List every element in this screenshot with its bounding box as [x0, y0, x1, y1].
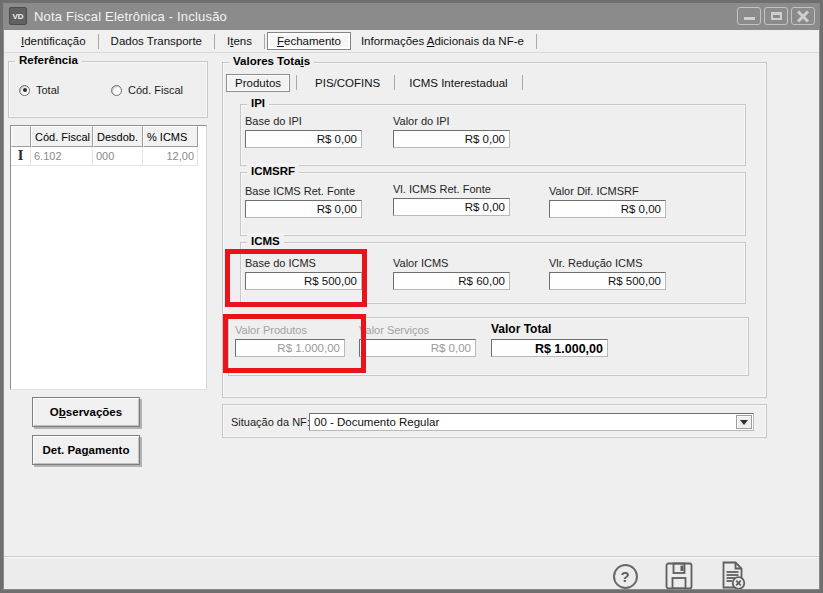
tab-pis-cofins[interactable]: PIS/COFINS: [303, 74, 392, 92]
header-filler: [198, 126, 206, 147]
referencia-group: Referência Total Cód. Fiscal: [8, 61, 208, 118]
tab-informacoes-adicionais[interactable]: Informações Adicionais da NF-e: [351, 32, 534, 50]
field-base-do-ipi: Base do IPI R$ 0,00: [245, 115, 362, 148]
valores-tabbar: Produtos PIS/COFINS ICMS Interestadual: [226, 72, 525, 93]
tab-produtos[interactable]: Produtos: [226, 74, 290, 92]
nfe-window: VD Nota Fiscal Eletrônica - Inclusão Ide…: [0, 0, 823, 593]
cell-cod-fiscal[interactable]: 6.102: [31, 147, 93, 166]
field-base-do-icms: Base do ICMS R$ 500,00: [245, 257, 362, 290]
tab-separator: [264, 34, 265, 49]
vl-icms-ret-fonte-input[interactable]: R$ 0,00: [393, 198, 510, 216]
radio-total-label: Total: [36, 84, 59, 96]
maximize-icon: [771, 12, 782, 20]
field-valor-dif-icmsrf: Valor Dif. ICMSRF R$ 0,00: [549, 185, 666, 218]
field-valor-total: Valor Total R$ 1.000,00: [491, 322, 608, 357]
field-valor-servicos: Valor Serviços R$ 0,00: [359, 324, 476, 357]
valor-total-input[interactable]: R$ 1.000,00: [491, 339, 608, 357]
tab-separator: [296, 75, 297, 90]
field-base-icms-ret-fonte: Base ICMS Ret. Fonte R$ 0,00: [245, 185, 362, 218]
icms-group: ICMS Base do ICMS R$ 500,00 Valor ICMS R…: [240, 242, 746, 304]
radio-cod-fiscal-circle[interactable]: [111, 85, 122, 96]
field-vl-icms-ret-fonte: Vl. ICMS Ret. Fonte R$ 0,00: [393, 183, 510, 216]
referencia-title: Referência: [15, 54, 82, 66]
titlebar: VD Nota Fiscal Eletrônica - Inclusão: [2, 2, 821, 30]
main-tabbar: Identificação Dados Transporte Itens Fec…: [3, 30, 820, 53]
valor-do-ipi-input[interactable]: R$ 0,00: [393, 130, 510, 148]
vlr-reducao-icms-input[interactable]: R$ 500,00: [549, 272, 666, 290]
tab-dados-transporte[interactable]: Dados Transporte: [101, 32, 212, 50]
close-icon: [792, 8, 814, 24]
field-valor-icms: Valor ICMS R$ 60,00: [393, 257, 510, 290]
totais-group: Valor Produtos R$ 1.000,00 Valor Serviço…: [228, 317, 749, 376]
table-row[interactable]: I 6.102 000 12,00: [11, 147, 206, 166]
radio-total-circle[interactable]: [19, 85, 30, 96]
minimize-icon: [744, 17, 755, 20]
valores-totais-title: Valores Totais: [229, 55, 314, 67]
close-button[interactable]: [791, 7, 815, 25]
situacao-value: 00 - Documento Regular: [314, 416, 439, 428]
ipi-title: IPI: [247, 97, 269, 109]
fiscal-codes-table[interactable]: Cód. Fiscal Desdob. % ICMS I 6.102 000 1…: [10, 125, 207, 390]
field-vlr-reducao-icms: Vlr. Redução ICMS R$ 500,00: [549, 257, 666, 290]
dropdown-arrow-icon[interactable]: [736, 415, 752, 429]
window-controls: [737, 7, 815, 25]
base-do-icms-input[interactable]: R$ 500,00: [245, 272, 362, 290]
tab-separator: [98, 34, 99, 49]
icms-title: ICMS: [247, 235, 284, 247]
tab-icms-interestadual[interactable]: ICMS Interestadual: [397, 74, 519, 92]
cancel-nfe-button[interactable]: [717, 561, 747, 591]
situacao-combobox[interactable]: 00 - Documento Regular: [309, 413, 754, 431]
field-valor-do-ipi: Valor do IPI R$ 0,00: [393, 115, 510, 148]
help-icon: ?: [613, 564, 638, 589]
tab-separator: [522, 75, 523, 90]
col-cod-fiscal[interactable]: Cód. Fiscal: [31, 126, 93, 147]
base-icms-ret-fonte-input[interactable]: R$ 0,00: [245, 200, 362, 218]
tab-fechamento[interactable]: Fechamento: [267, 32, 351, 50]
table-header: Cód. Fiscal Desdob. % ICMS: [11, 126, 206, 147]
radio-cod-fiscal-label: Cód. Fiscal: [128, 84, 183, 96]
base-do-ipi-input[interactable]: R$ 0,00: [245, 130, 362, 148]
cell-desdob[interactable]: 000: [93, 147, 143, 166]
maximize-button[interactable]: [764, 7, 788, 25]
help-button[interactable]: ?: [610, 561, 640, 591]
tab-identificacao[interactable]: Identificação: [11, 32, 96, 50]
tab-separator: [214, 34, 215, 49]
cancel-document-icon: [717, 561, 747, 591]
tab-separator: [394, 75, 395, 90]
valor-produtos-input[interactable]: R$ 1.000,00: [235, 339, 345, 357]
tab-itens[interactable]: Itens: [217, 32, 262, 50]
situacao-label: Situação da NF:: [231, 416, 310, 428]
tab-separator: [536, 34, 537, 49]
valor-servicos-input[interactable]: R$ 0,00: [359, 339, 476, 357]
minimize-button[interactable]: [737, 7, 761, 25]
observacoes-button[interactable]: Observações: [32, 397, 140, 427]
save-button[interactable]: [664, 561, 694, 591]
valor-icms-input[interactable]: R$ 60,00: [393, 272, 510, 290]
app-icon: VD: [9, 7, 27, 25]
bottom-toolbar: ?: [3, 556, 820, 590]
valor-dif-icmsrf-input[interactable]: R$ 0,00: [549, 200, 666, 218]
icmsrf-title: ICMSRF: [247, 165, 299, 177]
situacao-group: Situação da NF: 00 - Documento Regular: [222, 404, 767, 438]
col-desdob[interactable]: Desdob.: [93, 126, 143, 147]
ipi-group: IPI Base do IPI R$ 0,00 Valor do IPI R$ …: [240, 104, 746, 166]
row-marker: I: [11, 147, 31, 166]
cell-pct-icms[interactable]: 12,00: [143, 147, 198, 166]
radio-cod-fiscal[interactable]: Cód. Fiscal: [111, 84, 183, 96]
radio-total[interactable]: Total: [19, 84, 59, 96]
col-pct-icms[interactable]: % ICMS: [143, 126, 198, 147]
field-valor-produtos: Valor Produtos R$ 1.000,00: [235, 324, 345, 357]
save-icon: [665, 562, 693, 590]
col-selector[interactable]: [11, 126, 31, 147]
det-pagamento-button[interactable]: Det. Pagamento: [32, 435, 140, 465]
window-title: Nota Fiscal Eletrônica - Inclusão: [34, 9, 227, 24]
icmsrf-group: ICMSRF Base ICMS Ret. Fonte R$ 0,00 Vl. …: [240, 172, 746, 236]
